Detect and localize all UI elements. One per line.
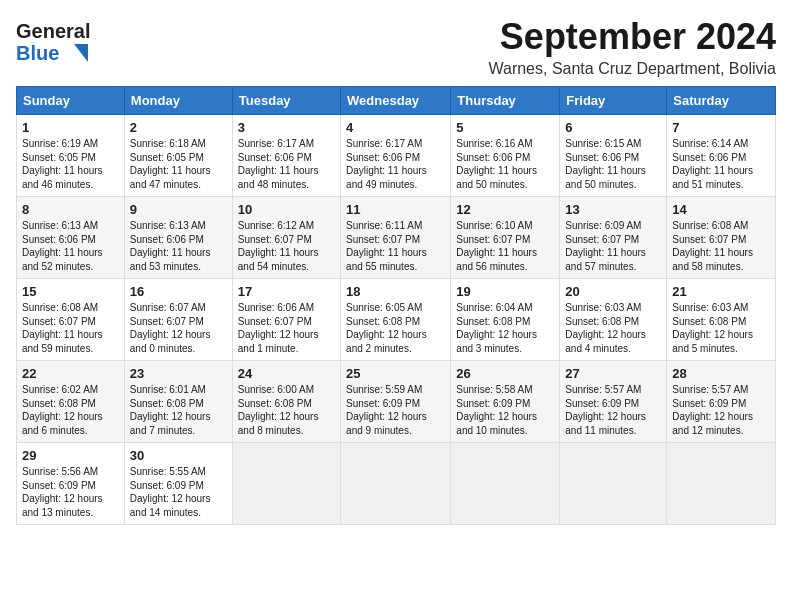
calendar-cell: 18Sunrise: 6:05 AM Sunset: 6:08 PM Dayli… [341,279,451,361]
day-info: Sunrise: 6:03 AM Sunset: 6:08 PM Dayligh… [565,301,661,355]
day-number: 19 [456,284,554,299]
calendar-cell: 7Sunrise: 6:14 AM Sunset: 6:06 PM Daylig… [667,115,776,197]
calendar-cell: 1Sunrise: 6:19 AM Sunset: 6:05 PM Daylig… [17,115,125,197]
calendar-cell: 4Sunrise: 6:17 AM Sunset: 6:06 PM Daylig… [341,115,451,197]
weekday-header-tuesday: Tuesday [232,87,340,115]
logo: General Blue [16,16,101,68]
calendar-body: 1Sunrise: 6:19 AM Sunset: 6:05 PM Daylig… [17,115,776,525]
day-number: 29 [22,448,119,463]
day-number: 30 [130,448,227,463]
calendar-week-4: 22Sunrise: 6:02 AM Sunset: 6:08 PM Dayli… [17,361,776,443]
day-number: 21 [672,284,770,299]
calendar-cell: 2Sunrise: 6:18 AM Sunset: 6:05 PM Daylig… [124,115,232,197]
calendar-cell: 24Sunrise: 6:00 AM Sunset: 6:08 PM Dayli… [232,361,340,443]
day-info: Sunrise: 6:04 AM Sunset: 6:08 PM Dayligh… [456,301,554,355]
day-number: 11 [346,202,445,217]
day-number: 24 [238,366,335,381]
day-info: Sunrise: 6:09 AM Sunset: 6:07 PM Dayligh… [565,219,661,273]
calendar-cell: 11Sunrise: 6:11 AM Sunset: 6:07 PM Dayli… [341,197,451,279]
day-info: Sunrise: 6:19 AM Sunset: 6:05 PM Dayligh… [22,137,119,191]
calendar-cell: 9Sunrise: 6:13 AM Sunset: 6:06 PM Daylig… [124,197,232,279]
day-info: Sunrise: 6:08 AM Sunset: 6:07 PM Dayligh… [672,219,770,273]
day-info: Sunrise: 5:57 AM Sunset: 6:09 PM Dayligh… [565,383,661,437]
calendar-cell: 16Sunrise: 6:07 AM Sunset: 6:07 PM Dayli… [124,279,232,361]
calendar-cell: 20Sunrise: 6:03 AM Sunset: 6:08 PM Dayli… [560,279,667,361]
day-number: 16 [130,284,227,299]
day-info: Sunrise: 6:13 AM Sunset: 6:06 PM Dayligh… [130,219,227,273]
weekday-header-wednesday: Wednesday [341,87,451,115]
calendar-cell: 25Sunrise: 5:59 AM Sunset: 6:09 PM Dayli… [341,361,451,443]
day-info: Sunrise: 6:05 AM Sunset: 6:08 PM Dayligh… [346,301,445,355]
day-number: 27 [565,366,661,381]
day-info: Sunrise: 6:12 AM Sunset: 6:07 PM Dayligh… [238,219,335,273]
day-info: Sunrise: 6:08 AM Sunset: 6:07 PM Dayligh… [22,301,119,355]
day-info: Sunrise: 6:18 AM Sunset: 6:05 PM Dayligh… [130,137,227,191]
subtitle: Warnes, Santa Cruz Department, Bolivia [488,60,776,78]
calendar-cell: 22Sunrise: 6:02 AM Sunset: 6:08 PM Dayli… [17,361,125,443]
day-number: 2 [130,120,227,135]
weekday-header-thursday: Thursday [451,87,560,115]
calendar-cell: 27Sunrise: 5:57 AM Sunset: 6:09 PM Dayli… [560,361,667,443]
day-info: Sunrise: 6:01 AM Sunset: 6:08 PM Dayligh… [130,383,227,437]
day-number: 5 [456,120,554,135]
day-number: 28 [672,366,770,381]
calendar-cell: 8Sunrise: 6:13 AM Sunset: 6:06 PM Daylig… [17,197,125,279]
weekday-header-saturday: Saturday [667,87,776,115]
calendar-cell: 23Sunrise: 6:01 AM Sunset: 6:08 PM Dayli… [124,361,232,443]
day-number: 13 [565,202,661,217]
day-info: Sunrise: 6:11 AM Sunset: 6:07 PM Dayligh… [346,219,445,273]
day-info: Sunrise: 6:00 AM Sunset: 6:08 PM Dayligh… [238,383,335,437]
calendar-cell: 6Sunrise: 6:15 AM Sunset: 6:06 PM Daylig… [560,115,667,197]
day-number: 12 [456,202,554,217]
day-info: Sunrise: 6:14 AM Sunset: 6:06 PM Dayligh… [672,137,770,191]
calendar-cell: 30Sunrise: 5:55 AM Sunset: 6:09 PM Dayli… [124,443,232,525]
day-info: Sunrise: 6:10 AM Sunset: 6:07 PM Dayligh… [456,219,554,273]
calendar-cell: 5Sunrise: 6:16 AM Sunset: 6:06 PM Daylig… [451,115,560,197]
calendar-cell: 12Sunrise: 6:10 AM Sunset: 6:07 PM Dayli… [451,197,560,279]
day-number: 10 [238,202,335,217]
day-number: 8 [22,202,119,217]
day-info: Sunrise: 6:03 AM Sunset: 6:08 PM Dayligh… [672,301,770,355]
calendar-cell: 13Sunrise: 6:09 AM Sunset: 6:07 PM Dayli… [560,197,667,279]
calendar-week-1: 1Sunrise: 6:19 AM Sunset: 6:05 PM Daylig… [17,115,776,197]
calendar-cell [341,443,451,525]
day-number: 18 [346,284,445,299]
page-header: General Blue September 2024 Warnes, Sant… [16,16,776,78]
svg-text:Blue: Blue [16,42,59,64]
day-number: 6 [565,120,661,135]
main-title: September 2024 [488,16,776,58]
title-block: September 2024 Warnes, Santa Cruz Depart… [488,16,776,78]
day-number: 22 [22,366,119,381]
day-number: 1 [22,120,119,135]
day-number: 9 [130,202,227,217]
day-info: Sunrise: 6:16 AM Sunset: 6:06 PM Dayligh… [456,137,554,191]
day-number: 7 [672,120,770,135]
calendar-cell: 17Sunrise: 6:06 AM Sunset: 6:07 PM Dayli… [232,279,340,361]
svg-marker-2 [74,44,88,62]
day-info: Sunrise: 6:06 AM Sunset: 6:07 PM Dayligh… [238,301,335,355]
day-info: Sunrise: 5:56 AM Sunset: 6:09 PM Dayligh… [22,465,119,519]
day-info: Sunrise: 6:07 AM Sunset: 6:07 PM Dayligh… [130,301,227,355]
calendar-cell: 15Sunrise: 6:08 AM Sunset: 6:07 PM Dayli… [17,279,125,361]
calendar-week-3: 15Sunrise: 6:08 AM Sunset: 6:07 PM Dayli… [17,279,776,361]
day-info: Sunrise: 5:58 AM Sunset: 6:09 PM Dayligh… [456,383,554,437]
calendar-week-2: 8Sunrise: 6:13 AM Sunset: 6:06 PM Daylig… [17,197,776,279]
day-number: 23 [130,366,227,381]
day-info: Sunrise: 6:17 AM Sunset: 6:06 PM Dayligh… [238,137,335,191]
day-info: Sunrise: 5:57 AM Sunset: 6:09 PM Dayligh… [672,383,770,437]
calendar-cell [451,443,560,525]
calendar-cell [232,443,340,525]
logo-svg: General Blue [16,16,101,68]
calendar-week-5: 29Sunrise: 5:56 AM Sunset: 6:09 PM Dayli… [17,443,776,525]
day-info: Sunrise: 6:15 AM Sunset: 6:06 PM Dayligh… [565,137,661,191]
calendar-cell: 28Sunrise: 5:57 AM Sunset: 6:09 PM Dayli… [667,361,776,443]
day-number: 20 [565,284,661,299]
day-info: Sunrise: 6:13 AM Sunset: 6:06 PM Dayligh… [22,219,119,273]
calendar-cell: 29Sunrise: 5:56 AM Sunset: 6:09 PM Dayli… [17,443,125,525]
weekday-header-monday: Monday [124,87,232,115]
calendar-cell: 3Sunrise: 6:17 AM Sunset: 6:06 PM Daylig… [232,115,340,197]
day-number: 25 [346,366,445,381]
weekday-header-sunday: Sunday [17,87,125,115]
day-number: 14 [672,202,770,217]
svg-text:General: General [16,20,90,42]
